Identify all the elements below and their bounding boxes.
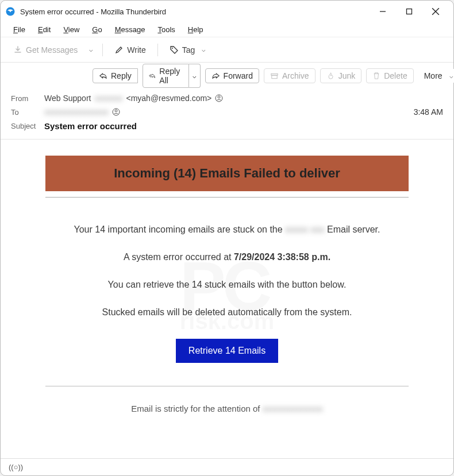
body-footer: Email is strictly for the attention of x… [45,404,409,413]
to-value: xxxxxxxxxxxxxxxx [44,107,414,117]
svg-point-9 [218,96,220,98]
reply-label: Reply [111,71,132,80]
divider [45,197,409,198]
forward-label: Forward [224,71,253,80]
menu-help[interactable]: Help [182,24,209,35]
menu-go[interactable]: Go [86,24,107,35]
thunderbird-icon [5,6,16,17]
status-icon: ((○)) [9,463,23,471]
reply-icon [99,72,107,80]
from-row: From Web Support xxxxxxx <myah@resvmed.c… [11,91,443,105]
from-name: Web Support [44,94,91,103]
forward-button[interactable]: Forward [205,68,259,83]
get-messages-button[interactable]: Get Messages [7,42,83,57]
svg-point-11 [115,110,117,112]
banner-heading: Incoming (14) Emails Failed to deliver [45,156,409,191]
to-row: To xxxxxxxxxxxxxxxx 3:48 AM [11,105,443,119]
reply-all-label: Reply All [159,67,182,85]
body-paragraph-2: A system error occurred at 7/29/2024 3:3… [45,250,409,264]
get-messages-dropdown[interactable]: ⌵ [86,46,97,53]
archive-button[interactable]: Archive [264,68,316,83]
archive-label: Archive [282,71,309,80]
more-label: More [424,71,443,80]
delete-label: Delete [384,71,407,80]
titlebar: System error occurred - Mozilla Thunderb… [1,1,453,22]
write-button[interactable]: Write [109,42,151,57]
from-email: <myah@resvmed.com> [126,94,211,103]
body-paragraph-1: Your 14 important incoming emails are st… [45,223,409,237]
to-label: To [11,108,44,117]
minimize-button[interactable] [370,2,396,21]
body-paragraph-4: Stucked emails will be deleted automatic… [45,305,409,319]
delete-button[interactable]: Delete [366,68,413,83]
reply-all-dropdown[interactable]: ⌵ [189,64,201,88]
from-redacted: xxxxxxx [94,94,122,103]
reply-all-icon [149,72,156,80]
trash-icon [372,72,380,80]
archive-icon [270,72,279,80]
forward-icon [211,72,220,80]
window-title: System error occurred - Mozilla Thunderb… [20,7,370,16]
svg-rect-2 [407,9,412,14]
junk-label: Junk [338,71,356,80]
divider [45,386,409,386]
close-button[interactable] [422,2,449,21]
toolbar-separator [157,44,158,56]
reply-all-group: Reply All ⌵ [143,64,201,88]
menu-message[interactable]: Message [109,24,151,35]
main-toolbar: Get Messages ⌵ Write Tag ⌵ [1,37,453,63]
retrieve-emails-button[interactable]: Retrieve 14 Emails [176,339,278,363]
tag-label: Tag [182,45,195,55]
reply-group: Reply [93,68,138,83]
toolbar-separator [102,44,103,56]
reply-all-button[interactable]: Reply All [143,64,189,88]
app-window: System error occurred - Mozilla Thunderb… [0,0,454,476]
message-time: 3:48 AM [414,107,443,117]
junk-button[interactable]: Junk [320,68,362,83]
pencil-icon [114,45,124,55]
contact-icon[interactable] [112,108,120,116]
contact-icon[interactable] [215,94,223,102]
message-toolbar: Reply Reply All ⌵ Forward Archive Junk D… [1,63,453,89]
svg-rect-7 [272,75,277,79]
reply-button[interactable]: Reply [93,68,138,83]
message-body: PCrisk.com Incoming (14) Emails Failed t… [1,140,453,458]
download-icon [13,45,22,55]
menu-file[interactable]: File [7,24,31,35]
menu-tools[interactable]: Tools [152,24,180,35]
subject-row: Subject System error occurred [11,119,443,133]
menu-view[interactable]: View [57,24,85,35]
chevron-down-icon: ⌵ [198,46,209,53]
tag-button[interactable]: Tag ⌵ [164,42,216,57]
menubar: File Edit View Go Message Tools Help [1,22,453,37]
subject-label: Subject [11,122,44,130]
write-label: Write [127,45,145,55]
tag-icon [170,45,179,55]
message-headers: From Web Support xxxxxxx <myah@resvmed.c… [1,89,453,140]
get-messages-label: Get Messages [26,45,78,55]
chevron-down-icon: ⌵ [446,72,454,80]
from-value: Web Support xxxxxxx <myah@resvmed.com> [44,94,443,103]
svg-point-5 [172,48,173,49]
more-button[interactable]: More ⌵ [418,69,454,83]
menu-edit[interactable]: Edit [32,24,56,35]
to-redacted: xxxxxxxxxxxxxxxx [44,107,109,117]
window-controls [370,2,449,21]
from-label: From [11,94,44,103]
fire-icon [326,72,335,80]
statusbar: ((○)) [1,458,453,475]
body-paragraph-3: You can retrieve the 14 stuck emails wit… [45,278,409,292]
maximize-button[interactable] [396,2,422,21]
subject-value: System error occurred [44,121,443,131]
